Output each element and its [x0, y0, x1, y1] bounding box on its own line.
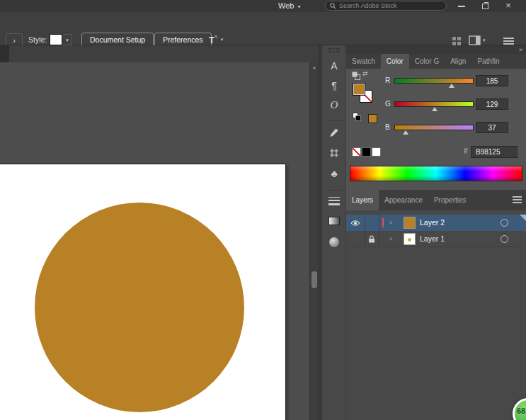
swap-fill-stroke-icon[interactable]: ⇄ — [362, 70, 368, 77]
gradient-panel-icon[interactable] — [322, 217, 346, 227]
panel-dock: » Swatch Color Color G Align Pathfin ⇄ R — [346, 45, 526, 420]
symbols-panel-icon[interactable]: ♣ — [322, 168, 346, 179]
eyedropper-panel-icon[interactable] — [322, 127, 346, 139]
tab-color[interactable]: Color — [381, 54, 409, 69]
layer-name[interactable]: Layer 2 — [420, 215, 445, 231]
panel-group-header[interactable]: » — [346, 45, 526, 54]
last-color-swatch[interactable] — [368, 114, 377, 123]
red-slider[interactable] — [394, 78, 474, 89]
layer-color-tick — [382, 218, 384, 227]
blue-slider[interactable] — [394, 125, 474, 135]
fill-stroke-mini-icon[interactable] — [352, 72, 360, 80]
app-grid-icon[interactable] — [452, 36, 462, 46]
lock-icon — [368, 235, 375, 243]
panel-layout-icon — [469, 35, 481, 45]
layers-panel-menu-icon[interactable] — [513, 196, 522, 205]
artboards-panel-icon[interactable] — [322, 148, 346, 159]
chevron-right-icon: › — [13, 36, 16, 45]
vertical-scrollbar[interactable]: ▴ — [309, 62, 318, 420]
green-slider-handle[interactable] — [432, 107, 438, 111]
ellipse-artwork[interactable] — [35, 203, 244, 412]
workspace-label: Web — [278, 1, 294, 10]
layer-name[interactable]: Layer 1 — [420, 231, 445, 247]
visibility-toggle[interactable] — [346, 231, 365, 247]
artboard-glyph — [329, 148, 339, 158]
chevron-down-icon: ▾ — [221, 37, 224, 42]
collapse-panels-icon[interactable]: » — [519, 45, 522, 54]
default-fill-stroke-icon[interactable] — [353, 113, 361, 121]
green-slider[interactable] — [394, 101, 474, 112]
artboard[interactable] — [0, 164, 286, 420]
search-icon — [330, 3, 336, 9]
cursor-icon: ↖ — [215, 34, 219, 40]
lock-toggle[interactable] — [365, 215, 379, 231]
style-label: Style: — [28, 35, 47, 44]
hex-value-field[interactable]: B98125 — [471, 146, 518, 158]
red-channel-label: R — [385, 76, 394, 84]
search-input[interactable] — [339, 2, 442, 9]
tab-align[interactable]: Align — [445, 54, 471, 69]
tab-swatches[interactable]: Swatch — [346, 54, 381, 69]
minimize-icon — [458, 6, 465, 7]
red-value-field[interactable]: 185 — [476, 75, 508, 86]
strip-separator — [326, 190, 343, 191]
touch-type-icon: T — [209, 35, 215, 45]
fill-swatch[interactable] — [353, 83, 365, 96]
workspace-layout-switcher[interactable]: ▾ — [469, 35, 486, 45]
thumbnail-dot — [408, 238, 411, 242]
opentype-panel-icon[interactable]: O — [322, 99, 346, 111]
red-slider-track[interactable] — [394, 78, 474, 84]
control-bar: › Style: ▾ Document Setup Preferences T … — [0, 12, 526, 45]
chevron-down-icon: ▾ — [297, 4, 300, 10]
eye-icon — [350, 220, 360, 227]
layer-thumbnail[interactable] — [404, 217, 416, 229]
lock-toggle[interactable] — [365, 231, 379, 247]
tab-appearance[interactable]: Appearance — [379, 190, 428, 210]
close-button[interactable]: × — [500, 0, 517, 12]
blue-slider-handle[interactable] — [403, 130, 408, 135]
canvas-area[interactable]: ▴ — [0, 45, 318, 420]
strip-separator — [326, 120, 343, 121]
tab-properties[interactable]: Properties — [428, 190, 472, 210]
style-dropdown[interactable]: ▾ — [63, 34, 72, 45]
green-slider-track[interactable] — [394, 101, 474, 107]
blue-slider-track[interactable] — [394, 125, 474, 130]
document-window-header — [0, 45, 318, 62]
expand-layer-icon[interactable]: › — [386, 231, 396, 247]
workspace-switcher[interactable]: Web▾ — [278, 0, 300, 12]
scrollbar-thumb[interactable] — [311, 271, 317, 288]
red-slider-handle[interactable] — [449, 84, 454, 88]
color-spectrum-bar[interactable] — [350, 166, 522, 181]
paragraph-panel-icon[interactable]: ¶ — [322, 80, 346, 91]
none-swatch[interactable] — [352, 147, 361, 157]
target-circle[interactable] — [501, 235, 508, 243]
strip-grip-handle[interactable] — [328, 48, 340, 52]
color-panel-tabs: Swatch Color Color G Align Pathfin — [346, 54, 526, 69]
tab-color-guide[interactable]: Color G — [409, 54, 445, 69]
white-swatch[interactable] — [372, 147, 381, 157]
stock-search[interactable] — [325, 1, 447, 11]
target-circle[interactable] — [501, 219, 508, 227]
style-swatch[interactable] — [50, 34, 62, 45]
document-window-corner — [0, 45, 9, 62]
expand-layer-icon[interactable]: › — [386, 215, 396, 231]
layer-thumbnail[interactable] — [404, 233, 416, 245]
green-value-field[interactable]: 129 — [476, 98, 508, 110]
touch-type-tool-button[interactable]: T ↖ ▾ — [209, 33, 223, 47]
tab-pathfinder[interactable]: Pathfin — [471, 54, 505, 69]
layer-row-layer2[interactable]: › Layer 2 — [346, 215, 526, 231]
title-bar: Web▾ × — [0, 0, 526, 12]
blue-value-field[interactable]: 37 — [476, 122, 508, 133]
black-swatch[interactable] — [362, 147, 371, 157]
badge-count: 68 — [517, 407, 525, 415]
visibility-toggle[interactable] — [346, 215, 365, 231]
layer-row-layer1[interactable]: › Layer 1 — [346, 231, 526, 247]
restore-icon-front — [482, 4, 488, 9]
transparency-panel-icon[interactable] — [322, 237, 346, 249]
restore-button[interactable] — [476, 0, 493, 12]
minimize-button[interactable] — [453, 0, 470, 12]
tab-layers[interactable]: Layers — [346, 190, 379, 210]
character-panel-icon[interactable]: A — [322, 60, 346, 72]
color-panel-body: ⇄ R 185 G 129 B — [346, 69, 526, 190]
stroke-panel-icon[interactable] — [322, 197, 346, 208]
